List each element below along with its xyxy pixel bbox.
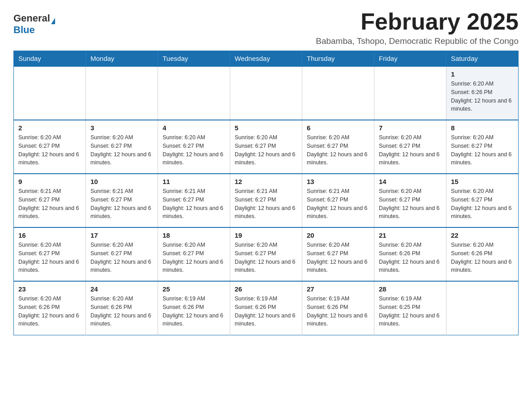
day-info: Sunrise: 6:20 AM Sunset: 6:27 PM Dayligh…	[235, 133, 297, 167]
location-subtitle: Babamba, Tshopo, Democratic Republic of …	[316, 36, 519, 46]
day-info: Sunrise: 6:20 AM Sunset: 6:27 PM Dayligh…	[235, 241, 297, 274]
calendar-cell: 18Sunrise: 6:20 AM Sunset: 6:27 PM Dayli…	[158, 227, 230, 281]
calendar-cell: 6Sunrise: 6:20 AM Sunset: 6:27 PM Daylig…	[302, 120, 374, 174]
calendar-cell: 23Sunrise: 6:20 AM Sunset: 6:26 PM Dayli…	[14, 281, 86, 335]
day-info: Sunrise: 6:20 AM Sunset: 6:27 PM Dayligh…	[18, 241, 81, 274]
day-number: 19	[235, 231, 297, 239]
day-info: Sunrise: 6:20 AM Sunset: 6:27 PM Dayligh…	[163, 241, 225, 274]
day-number: 13	[307, 178, 369, 185]
day-number: 2	[18, 124, 81, 132]
calendar-cell: 9Sunrise: 6:21 AM Sunset: 6:27 PM Daylig…	[14, 174, 86, 227]
calendar-cell: 1Sunrise: 6:20 AM Sunset: 6:26 PM Daylig…	[446, 66, 519, 120]
calendar-cell: 10Sunrise: 6:21 AM Sunset: 6:27 PM Dayli…	[86, 174, 158, 227]
day-info: Sunrise: 6:19 AM Sunset: 6:26 PM Dayligh…	[235, 295, 297, 328]
calendar-cell: 2Sunrise: 6:20 AM Sunset: 6:27 PM Daylig…	[14, 120, 86, 174]
page-header: General Blue February 2025 Babamba, Tsho…	[13, 9, 519, 46]
day-info: Sunrise: 6:20 AM Sunset: 6:27 PM Dayligh…	[90, 133, 153, 167]
calendar-cell: 28Sunrise: 6:19 AM Sunset: 6:25 PM Dayli…	[374, 281, 446, 335]
calendar-table: SundayMondayTuesdayWednesdayThursdayFrid…	[13, 51, 519, 335]
calendar-cell	[374, 66, 446, 120]
calendar-cell: 19Sunrise: 6:20 AM Sunset: 6:27 PM Dayli…	[230, 227, 302, 281]
calendar-cell: 7Sunrise: 6:20 AM Sunset: 6:27 PM Daylig…	[374, 120, 446, 174]
day-number: 21	[379, 231, 442, 239]
day-info: Sunrise: 6:20 AM Sunset: 6:27 PM Dayligh…	[451, 187, 514, 221]
day-number: 12	[235, 178, 297, 185]
calendar-cell	[158, 66, 230, 120]
calendar-week-row: 23Sunrise: 6:20 AM Sunset: 6:26 PM Dayli…	[14, 281, 519, 335]
calendar-week-row: 1Sunrise: 6:20 AM Sunset: 6:26 PM Daylig…	[14, 66, 519, 120]
day-number: 10	[90, 178, 153, 185]
calendar-cell: 3Sunrise: 6:20 AM Sunset: 6:27 PM Daylig…	[86, 120, 158, 174]
day-info: Sunrise: 6:20 AM Sunset: 6:27 PM Dayligh…	[379, 187, 442, 221]
calendar-cell: 14Sunrise: 6:20 AM Sunset: 6:27 PM Dayli…	[374, 174, 446, 227]
day-number: 8	[451, 124, 514, 132]
weekday-header-monday: Monday	[86, 51, 158, 67]
logo-triangle-icon	[51, 18, 55, 24]
calendar-cell: 15Sunrise: 6:20 AM Sunset: 6:27 PM Dayli…	[446, 174, 519, 227]
day-info: Sunrise: 6:20 AM Sunset: 6:27 PM Dayligh…	[451, 133, 514, 167]
calendar-cell: 5Sunrise: 6:20 AM Sunset: 6:27 PM Daylig…	[230, 120, 302, 174]
calendar-cell: 17Sunrise: 6:20 AM Sunset: 6:27 PM Dayli…	[86, 227, 158, 281]
day-number: 27	[307, 285, 369, 293]
calendar-cell: 13Sunrise: 6:21 AM Sunset: 6:27 PM Dayli…	[302, 174, 374, 227]
calendar-cell: 11Sunrise: 6:21 AM Sunset: 6:27 PM Dayli…	[158, 174, 230, 227]
day-info: Sunrise: 6:19 AM Sunset: 6:25 PM Dayligh…	[379, 295, 442, 328]
calendar-cell: 26Sunrise: 6:19 AM Sunset: 6:26 PM Dayli…	[230, 281, 302, 335]
day-number: 14	[379, 178, 442, 185]
weekday-header-friday: Friday	[374, 51, 446, 67]
day-number: 6	[307, 124, 369, 132]
weekday-header-row: SundayMondayTuesdayWednesdayThursdayFrid…	[14, 51, 519, 67]
day-number: 23	[18, 285, 81, 293]
day-number: 5	[235, 124, 297, 132]
calendar-cell: 22Sunrise: 6:20 AM Sunset: 6:26 PM Dayli…	[446, 227, 519, 281]
calendar-cell	[230, 66, 302, 120]
day-number: 20	[307, 231, 369, 239]
day-number: 11	[163, 178, 225, 185]
calendar-week-row: 9Sunrise: 6:21 AM Sunset: 6:27 PM Daylig…	[14, 174, 519, 227]
day-info: Sunrise: 6:20 AM Sunset: 6:26 PM Dayligh…	[451, 80, 514, 113]
calendar-cell: 4Sunrise: 6:20 AM Sunset: 6:27 PM Daylig…	[158, 120, 230, 174]
calendar-cell: 12Sunrise: 6:21 AM Sunset: 6:27 PM Dayli…	[230, 174, 302, 227]
calendar-cell: 20Sunrise: 6:20 AM Sunset: 6:27 PM Dayli…	[302, 227, 374, 281]
day-info: Sunrise: 6:21 AM Sunset: 6:27 PM Dayligh…	[235, 187, 297, 221]
day-info: Sunrise: 6:20 AM Sunset: 6:27 PM Dayligh…	[307, 241, 369, 274]
day-number: 4	[163, 124, 225, 132]
logo-general-text: General	[13, 13, 55, 24]
calendar-week-row: 16Sunrise: 6:20 AM Sunset: 6:27 PM Dayli…	[14, 227, 519, 281]
day-info: Sunrise: 6:20 AM Sunset: 6:27 PM Dayligh…	[90, 241, 153, 274]
day-number: 25	[163, 285, 225, 293]
day-info: Sunrise: 6:19 AM Sunset: 6:26 PM Dayligh…	[307, 295, 369, 328]
weekday-header-thursday: Thursday	[302, 51, 374, 67]
day-info: Sunrise: 6:21 AM Sunset: 6:27 PM Dayligh…	[18, 187, 81, 221]
day-info: Sunrise: 6:20 AM Sunset: 6:27 PM Dayligh…	[379, 133, 442, 167]
weekday-header-saturday: Saturday	[446, 51, 519, 67]
day-number: 7	[379, 124, 442, 132]
weekday-header-sunday: Sunday	[14, 51, 86, 67]
day-info: Sunrise: 6:20 AM Sunset: 6:27 PM Dayligh…	[163, 133, 225, 167]
calendar-cell: 8Sunrise: 6:20 AM Sunset: 6:27 PM Daylig…	[446, 120, 519, 174]
day-number: 18	[163, 231, 225, 239]
calendar-cell	[86, 66, 158, 120]
calendar-cell: 21Sunrise: 6:20 AM Sunset: 6:26 PM Dayli…	[374, 227, 446, 281]
day-number: 17	[90, 231, 153, 239]
day-number: 1	[451, 70, 514, 78]
day-info: Sunrise: 6:20 AM Sunset: 6:26 PM Dayligh…	[451, 241, 514, 274]
day-info: Sunrise: 6:19 AM Sunset: 6:26 PM Dayligh…	[163, 295, 225, 328]
calendar-cell: 25Sunrise: 6:19 AM Sunset: 6:26 PM Dayli…	[158, 281, 230, 335]
weekday-header-wednesday: Wednesday	[230, 51, 302, 67]
day-info: Sunrise: 6:21 AM Sunset: 6:27 PM Dayligh…	[307, 187, 369, 221]
day-info: Sunrise: 6:21 AM Sunset: 6:27 PM Dayligh…	[163, 187, 225, 221]
day-number: 22	[451, 231, 514, 239]
calendar-cell: 27Sunrise: 6:19 AM Sunset: 6:26 PM Dayli…	[302, 281, 374, 335]
day-number: 26	[235, 285, 297, 293]
logo: General Blue	[13, 9, 55, 36]
day-info: Sunrise: 6:20 AM Sunset: 6:26 PM Dayligh…	[379, 241, 442, 274]
calendar-cell: 16Sunrise: 6:20 AM Sunset: 6:27 PM Dayli…	[14, 227, 86, 281]
calendar-cell	[302, 66, 374, 120]
day-number: 28	[379, 285, 442, 293]
day-number: 9	[18, 178, 81, 185]
calendar-cell	[446, 281, 519, 335]
day-number: 15	[451, 178, 514, 185]
day-info: Sunrise: 6:20 AM Sunset: 6:26 PM Dayligh…	[90, 295, 153, 328]
calendar-week-row: 2Sunrise: 6:20 AM Sunset: 6:27 PM Daylig…	[14, 120, 519, 174]
